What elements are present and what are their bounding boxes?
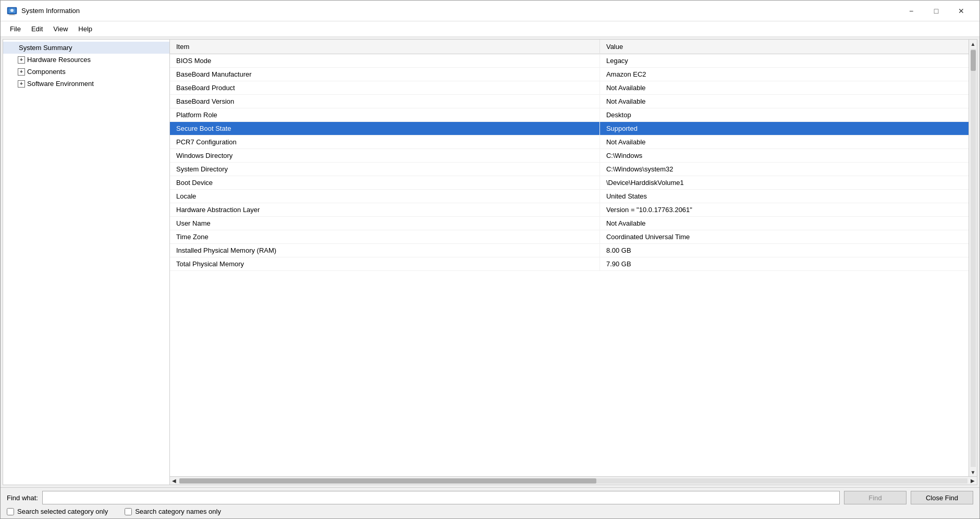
- table-row[interactable]: Platform RoleDesktop: [170, 108, 977, 122]
- search-category-names-checkbox[interactable]: [125, 508, 132, 515]
- table-cell-value: C:\Windows\system32: [599, 163, 976, 176]
- table-cell-item: Locale: [170, 190, 599, 203]
- sidebar-item-software-environment[interactable]: +Software Environment: [3, 78, 169, 90]
- sidebar-item-system-summary[interactable]: System Summary: [3, 42, 169, 54]
- table-cell-value: C:\Windows: [599, 149, 976, 163]
- svg-rect-3: [9, 15, 15, 15]
- table-cell-item: Platform Role: [170, 108, 599, 122]
- title-bar-controls: − □ ✕: [899, 3, 973, 19]
- table-row[interactable]: Boot Device\Device\HarddiskVolume1: [170, 176, 977, 190]
- table-row[interactable]: PCR7 ConfigurationNot Available: [170, 135, 977, 149]
- table-row[interactable]: System DirectoryC:\Windows\system32: [170, 163, 977, 176]
- table-cell-item: PCR7 Configuration: [170, 135, 599, 149]
- table-cell-item: Time Zone: [170, 230, 599, 244]
- search-selected-category-checkbox-label[interactable]: Search selected category only: [7, 508, 108, 515]
- content-panel: ItemValue BIOS ModeLegacyBaseBoard Manuf…: [170, 40, 977, 485]
- table-cell-value: Legacy: [599, 54, 976, 68]
- v-scroll-track[interactable]: [971, 49, 976, 467]
- scroll-down-arrow[interactable]: ▼: [969, 468, 977, 476]
- table-header-item: Item: [170, 40, 599, 54]
- title-text: System Information: [21, 7, 80, 15]
- table-row[interactable]: BaseBoard ManufacturerAmazon EC2: [170, 68, 977, 81]
- system-information-window: System Information − □ ✕ FileEditViewHel…: [0, 0, 980, 519]
- table-cell-item: Boot Device: [170, 176, 599, 190]
- table-cell-item: Installed Physical Memory (RAM): [170, 244, 599, 257]
- scroll-right-arrow[interactable]: ▶: [969, 477, 977, 485]
- table-row[interactable]: BaseBoard ProductNot Available: [170, 81, 977, 95]
- data-table: ItemValue BIOS ModeLegacyBaseBoard Manuf…: [170, 40, 977, 476]
- table-cell-value: 7.90 GB: [599, 257, 976, 271]
- close-find-button[interactable]: Close Find: [911, 491, 973, 504]
- table-cell-value: Desktop: [599, 108, 976, 122]
- find-button[interactable]: Find: [844, 491, 906, 504]
- expand-icon-hardware-resources[interactable]: +: [18, 56, 25, 64]
- table-row[interactable]: LocaleUnited States: [170, 190, 977, 203]
- search-category-names-checkbox-label[interactable]: Search category names only: [125, 508, 221, 515]
- app-icon: [7, 6, 17, 16]
- sidebar-item-label-software-environment: Software Environment: [27, 80, 94, 88]
- table-row[interactable]: Installed Physical Memory (RAM)8.00 GB: [170, 244, 977, 257]
- table-row[interactable]: Windows DirectoryC:\Windows: [170, 149, 977, 163]
- menu-bar: FileEditViewHelp: [1, 21, 979, 37]
- menu-item-help[interactable]: Help: [73, 23, 97, 35]
- table-header-value: Value: [599, 40, 976, 54]
- maximize-button[interactable]: □: [924, 3, 948, 19]
- search-selected-category-label: Search selected category only: [17, 508, 108, 515]
- checkbox-row: Search selected category only Search cat…: [7, 508, 973, 515]
- bottom-bar: Find what: Find Close Find Search select…: [1, 487, 979, 518]
- table-cell-value: \Device\HarddiskVolume1: [599, 176, 976, 190]
- table-cell-item: BaseBoard Version: [170, 95, 599, 108]
- table-cell-item: Windows Directory: [170, 149, 599, 163]
- table-cell-item: Total Physical Memory: [170, 257, 599, 271]
- sidebar-item-components[interactable]: +Components: [3, 66, 169, 78]
- table-cell-item: System Directory: [170, 163, 599, 176]
- title-bar: System Information − □ ✕: [1, 1, 979, 21]
- menu-item-view[interactable]: View: [48, 23, 73, 35]
- table-cell-item: User Name: [170, 217, 599, 230]
- find-label: Find what:: [7, 494, 38, 502]
- menu-item-edit[interactable]: Edit: [26, 23, 48, 35]
- minimize-button[interactable]: −: [899, 3, 923, 19]
- table-cell-value: Amazon EC2: [599, 68, 976, 81]
- system-info-table: ItemValue BIOS ModeLegacyBaseBoard Manuf…: [170, 40, 977, 271]
- sidebar-item-hardware-resources[interactable]: +Hardware Resources: [3, 54, 169, 66]
- vertical-scrollbar[interactable]: ▲ ▼: [969, 40, 977, 476]
- expand-icon-components[interactable]: +: [18, 68, 25, 76]
- v-scroll-thumb: [971, 50, 976, 71]
- table-cell-value: United States: [599, 190, 976, 203]
- table-cell-value: Supported: [599, 122, 976, 135]
- table-row[interactable]: BaseBoard VersionNot Available: [170, 95, 977, 108]
- table-body: BIOS ModeLegacyBaseBoard ManufacturerAma…: [170, 54, 977, 271]
- table-header-row: ItemValue: [170, 40, 977, 54]
- svg-point-4: [10, 9, 14, 12]
- table-cell-value: Not Available: [599, 95, 976, 108]
- main-content: System Summary+Hardware Resources+Compon…: [3, 39, 977, 485]
- horizontal-scrollbar[interactable]: ◀ ▶: [170, 476, 977, 485]
- table-cell-value: Not Available: [599, 217, 976, 230]
- scroll-up-arrow[interactable]: ▲: [969, 40, 977, 48]
- close-button[interactable]: ✕: [949, 3, 973, 19]
- sidebar-item-label-components: Components: [27, 68, 66, 76]
- sidebar-item-label-hardware-resources: Hardware Resources: [27, 56, 91, 64]
- title-bar-left: System Information: [7, 6, 80, 16]
- table-cell-value: Coordinated Universal Time: [599, 230, 976, 244]
- expand-icon-software-environment[interactable]: +: [18, 80, 25, 88]
- table-row[interactable]: BIOS ModeLegacy: [170, 54, 977, 68]
- table-row[interactable]: Hardware Abstraction LayerVersion = "10.…: [170, 203, 977, 217]
- table-row[interactable]: User NameNot Available: [170, 217, 977, 230]
- table-cell-item: Secure Boot State: [170, 122, 599, 135]
- h-scroll-thumb: [179, 478, 596, 484]
- table-cell-value: 8.00 GB: [599, 244, 976, 257]
- find-input[interactable]: [42, 491, 840, 504]
- scroll-left-arrow[interactable]: ◀: [170, 477, 178, 485]
- table-cell-item: BIOS Mode: [170, 54, 599, 68]
- table-row[interactable]: Total Physical Memory7.90 GB: [170, 257, 977, 271]
- sidebar: System Summary+Hardware Resources+Compon…: [3, 40, 170, 485]
- menu-item-file[interactable]: File: [5, 23, 26, 35]
- sidebar-item-label-system-summary: System Summary: [19, 44, 72, 52]
- table-row[interactable]: Time ZoneCoordinated Universal Time: [170, 230, 977, 244]
- h-scroll-track[interactable]: [179, 478, 967, 484]
- table-cell-value: Not Available: [599, 135, 976, 149]
- search-selected-category-checkbox[interactable]: [7, 508, 14, 515]
- table-row[interactable]: Secure Boot StateSupported: [170, 122, 977, 135]
